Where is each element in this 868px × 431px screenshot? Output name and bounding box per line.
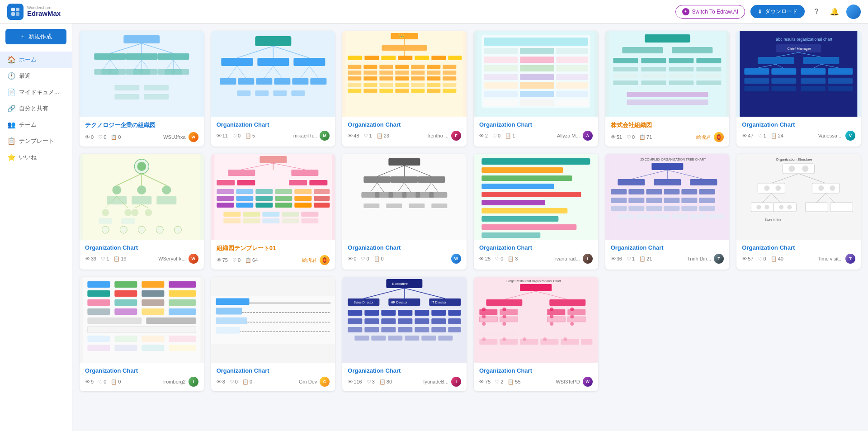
card-title-9: Organization Chart bbox=[348, 244, 461, 251]
switch-to-edraw-button[interactable]: ✦ Switch To Edraw.AI bbox=[675, 5, 745, 19]
svg-text:Sales Director: Sales Director bbox=[354, 301, 374, 304]
card-org-11[interactable]: 25 COMPLEX ORGANIZATION TREE CHART bbox=[605, 154, 730, 270]
author-avatar-2: M bbox=[320, 131, 330, 141]
card-org-7[interactable]: Organization Chart 👁 39 ♡ 1 📋 19 WSeryoF… bbox=[80, 154, 204, 270]
card-info-5: 株式会社組織図 👁 51 ♡ 0 📋 71 絵虎君 🏮 bbox=[605, 117, 730, 147]
svg-rect-362 bbox=[114, 345, 137, 351]
card-thumb-4 bbox=[474, 31, 598, 117]
copies-15: 📋 80 bbox=[379, 379, 392, 385]
card-org-3[interactable]: 👑 Organization Chart 👁 48 ♡ 1 📋 23 frent… bbox=[342, 31, 467, 147]
card-kaisha-org[interactable]: 株式会社組織図 👁 51 ♡ 0 📋 71 絵虎君 🏮 bbox=[605, 31, 730, 147]
author-name-7: WSeryoFk... bbox=[158, 256, 186, 261]
svg-rect-392 bbox=[448, 310, 461, 316]
cards-grid: テクノロジー企業の組織図 👁 0 ♡ 0 📋 0 WSUJfrxa W bbox=[80, 31, 861, 391]
svg-rect-420 bbox=[479, 309, 497, 315]
svg-rect-297 bbox=[681, 198, 697, 203]
svg-point-315 bbox=[802, 166, 809, 172]
sidebar-item-mydocs[interactable]: 📄 マイドキュメ... bbox=[0, 84, 72, 100]
svg-rect-296 bbox=[664, 198, 679, 203]
header-right: ✦ Switch To Edraw.AI ⬇ ダウンロード ? 🔔 bbox=[675, 5, 861, 19]
card-org-14[interactable]: Organization Chart 👁 8 ♡ 0 📋 0 Gm Dev G bbox=[211, 277, 335, 391]
card-org-10[interactable]: Organization Chart 👁 25 ♡ 0 📋 3 ivana ra… bbox=[474, 154, 598, 270]
card-title-13: Organization Chart bbox=[85, 367, 198, 374]
card-org-16[interactable]: Large Restaurant Organizational Chart bbox=[474, 277, 598, 391]
likes-11: ♡ 1 bbox=[627, 256, 635, 262]
author-avatar-16: W bbox=[583, 377, 593, 387]
card-stats-16: 👁 75 ♡ 2 📋 55 bbox=[479, 379, 521, 385]
sidebar-item-recent[interactable]: 🕐 最近 bbox=[0, 68, 72, 84]
card-org-12[interactable]: Organization Structure bbox=[736, 154, 861, 270]
likes-7: ♡ 1 bbox=[101, 256, 109, 262]
sidebar-item-templates[interactable]: 📋 テンプレート bbox=[0, 133, 72, 149]
notification-icon[interactable]: 🔔 bbox=[828, 5, 841, 18]
svg-rect-326 bbox=[751, 203, 774, 212]
svg-point-202 bbox=[156, 226, 163, 233]
card-org-9[interactable]: Organization Chart 👁 0 ♡ 0 📋 0 W bbox=[342, 154, 467, 270]
card-meta-10: 👁 25 ♡ 0 📋 3 ivana rad... I bbox=[479, 254, 593, 264]
download-button[interactable]: ⬇ ダウンロード bbox=[750, 5, 805, 18]
card-org-4[interactable]: Organization Chart 👁 2 ♡ 0 📋 1 Allyza M.… bbox=[474, 31, 598, 147]
author-avatar-9: W bbox=[451, 254, 461, 264]
svg-rect-335 bbox=[830, 203, 853, 212]
views-15: 👁 116 bbox=[348, 379, 362, 384]
card-org-15[interactable]: Executive Sales Director HR Director IT … bbox=[342, 277, 467, 391]
svg-point-185 bbox=[137, 185, 146, 194]
card-title-8: 組織図テンプレート01 bbox=[217, 244, 330, 252]
svg-rect-342 bbox=[87, 290, 110, 297]
author-name-16: WSI3TcPD bbox=[556, 379, 580, 384]
svg-rect-49 bbox=[274, 78, 290, 85]
card-author-12: Time visit... T bbox=[818, 254, 855, 264]
card-org-6[interactable]: abc results organizational chart Chief M… bbox=[736, 31, 861, 147]
likes-13: ♡ 0 bbox=[98, 379, 106, 385]
svg-rect-233 bbox=[223, 212, 241, 217]
copies-10: 📋 3 bbox=[508, 256, 518, 262]
svg-rect-76 bbox=[380, 65, 393, 69]
svg-rect-403 bbox=[398, 327, 413, 332]
new-create-button[interactable]: ＋ 新規作成 bbox=[5, 29, 66, 44]
card-author-9: W bbox=[448, 254, 461, 264]
clock-icon: 🕐 bbox=[7, 72, 15, 80]
card-thumb-6: abc results organizational chart Chief M… bbox=[736, 31, 861, 117]
sidebar-item-shared[interactable]: 🔗 自分と共有 bbox=[0, 100, 72, 117]
svg-rect-82 bbox=[411, 65, 425, 69]
svg-rect-274 bbox=[481, 208, 567, 213]
svg-rect-166 bbox=[828, 78, 853, 84]
card-org-8[interactable]: 組織図テンプレート01 👁 75 ♡ 0 📋 64 絵虎君 🏮 bbox=[211, 154, 335, 270]
card-org-2[interactable]: Organization Chart 👁 11 ♡ 0 📋 5 mikaeil … bbox=[211, 31, 335, 147]
help-icon[interactable]: ? bbox=[810, 5, 823, 18]
svg-rect-140 bbox=[641, 67, 666, 71]
svg-rect-109 bbox=[484, 48, 518, 54]
svg-point-437 bbox=[570, 308, 574, 311]
svg-rect-165 bbox=[801, 78, 826, 84]
sidebar-item-home[interactable]: 🏠 ホーム bbox=[0, 52, 72, 68]
author-name-11: Trinh Din... bbox=[687, 256, 711, 261]
card-title-11: Organization Chart bbox=[611, 244, 724, 251]
svg-rect-305 bbox=[618, 214, 633, 219]
doc-icon: 📄 bbox=[7, 88, 15, 96]
svg-rect-457 bbox=[479, 348, 497, 353]
svg-rect-451 bbox=[581, 339, 592, 345]
svg-rect-103 bbox=[427, 89, 441, 93]
user-avatar[interactable] bbox=[846, 5, 861, 19]
svg-rect-425 bbox=[500, 324, 518, 329]
svg-rect-290 bbox=[664, 189, 679, 194]
svg-point-198 bbox=[145, 209, 152, 216]
sidebar-item-likes[interactable]: ⭐ いいね bbox=[0, 149, 72, 166]
svg-rect-424 bbox=[479, 324, 497, 329]
card-thumb-11: 25 COMPLEX ORGANIZATION TREE CHART bbox=[605, 154, 730, 240]
card-org-13[interactable]: Organization Chart 👁 9 ♡ 0 📋 0 lromberg2… bbox=[80, 277, 204, 391]
svg-rect-353 bbox=[169, 308, 196, 315]
star-icon: ⭐ bbox=[7, 153, 15, 161]
svg-rect-231 bbox=[314, 196, 330, 201]
sidebar-item-team[interactable]: 👥 チーム bbox=[0, 117, 72, 133]
svg-rect-363 bbox=[142, 345, 164, 351]
svg-rect-120 bbox=[556, 74, 588, 80]
card-tech-org[interactable]: テクノロジー企業の組織図 👁 0 ♡ 0 📋 0 WSUJfrxa W bbox=[80, 31, 204, 147]
views-8: 👁 75 bbox=[217, 257, 228, 263]
svg-rect-102 bbox=[411, 89, 425, 93]
card-stats-6: 👁 47 ♡ 1 📋 24 bbox=[742, 133, 783, 139]
card-thumb-12: Organization Structure bbox=[736, 154, 861, 240]
svg-rect-2 bbox=[11, 12, 15, 16]
svg-point-452 bbox=[482, 337, 486, 341]
copies-9: 📋 0 bbox=[374, 256, 384, 262]
